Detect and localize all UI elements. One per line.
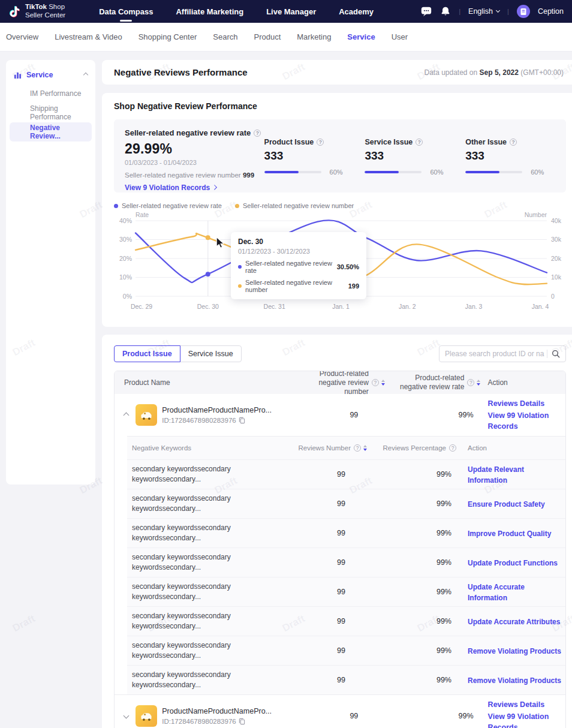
tab-service-issue[interactable]: Service Issue: [180, 345, 242, 362]
keyword-action-link[interactable]: Remove Violating Products: [468, 647, 561, 655]
sidebar-item-im-performance[interactable]: IM Performance: [6, 84, 95, 103]
subnav-product[interactable]: Product: [254, 32, 281, 41]
nav-live-manager[interactable]: Live Manager: [266, 7, 316, 16]
search-icon[interactable]: [552, 350, 560, 358]
user-name[interactable]: Ception: [538, 7, 564, 16]
product-row: ProductNameProductNamePro... ID:17284678…: [115, 394, 565, 436]
nav-academy[interactable]: Academy: [339, 7, 374, 16]
tiktok-shop-logo[interactable]: TikTok Shop Seller Center: [8, 3, 65, 20]
help-icon[interactable]: [449, 444, 456, 452]
tooltip-rate-dot: [238, 265, 242, 269]
svg-text:40%: 40%: [119, 217, 132, 224]
subtable-header-row: Negative Keywords Reviews Number Reviews…: [127, 437, 565, 459]
svg-text:Jan. 3: Jan. 3: [465, 303, 483, 310]
help-icon[interactable]: [354, 444, 361, 452]
subnav-search[interactable]: Search: [213, 32, 237, 41]
collapse-row-icon[interactable]: [124, 413, 128, 417]
keyword-action-link[interactable]: Improve Product Quality: [468, 530, 551, 538]
summary-stats-panel: Seller-related negative review rate 29.9…: [114, 119, 566, 192]
subnav-service[interactable]: Service: [347, 32, 375, 41]
keyword-action-link[interactable]: Update Accurate Attributes: [468, 618, 560, 626]
svg-text:0%: 0%: [123, 293, 132, 300]
chat-icon[interactable]: [420, 5, 432, 17]
sidebar-item-negative-review[interactable]: Negative Review...: [10, 122, 92, 142]
product-search-box[interactable]: [439, 345, 566, 362]
expand-row-icon[interactable]: [124, 714, 128, 718]
reviews-details-link[interactable]: Reviews Details: [488, 398, 565, 409]
help-icon[interactable]: [254, 130, 261, 137]
svg-text:20k: 20k: [551, 255, 562, 262]
subnav-overview[interactable]: Overview: [6, 32, 38, 41]
chart-legend: Seller-related negative review rate Sell…: [114, 202, 566, 209]
keyword-action-link[interactable]: Update Accurate Information: [468, 583, 525, 602]
reviews-percentage-value: 99%: [367, 529, 463, 537]
svg-text:20%: 20%: [119, 255, 132, 262]
legend-rate[interactable]: Seller-related negative review rate: [114, 202, 222, 209]
tab-product-issue[interactable]: Product Issue: [114, 345, 180, 362]
avatar[interactable]: [517, 5, 530, 18]
copy-icon[interactable]: [239, 718, 245, 725]
divider: |: [507, 8, 509, 15]
copy-icon[interactable]: [239, 417, 245, 424]
legend-number[interactable]: Seller-related negative review number: [235, 202, 354, 209]
page-header: Negative Reviews Performance Data update…: [102, 60, 572, 85]
nav-data-compass[interactable]: Data Compass: [99, 7, 153, 16]
keyword-action-link[interactable]: Update Product Functions: [468, 559, 558, 567]
progress-bar: [465, 171, 522, 173]
svg-text:Jan. 2: Jan. 2: [399, 303, 416, 310]
chevron-down-icon: [496, 8, 500, 13]
service-issue-value: 333: [365, 149, 465, 163]
product-name[interactable]: ProductNameProductNamePro...: [162, 406, 272, 414]
svg-text:Dec. 30: Dec. 30: [197, 303, 219, 310]
svg-text:10k: 10k: [551, 273, 562, 281]
view-violation-records-link[interactable]: View 99 Violation Records: [488, 410, 565, 432]
divider: [547, 350, 547, 358]
help-icon[interactable]: [372, 379, 379, 386]
keyword-row: secondary keywordssecondary keywordsseco…: [127, 665, 565, 694]
negative-keyword-text: secondary keywordssecondary keywordsseco…: [132, 611, 246, 631]
reviews-number-value: 99: [253, 588, 367, 596]
nav-affiliate-marketing[interactable]: Affiliate Marketing: [176, 7, 243, 16]
tiktok-logo-icon: [8, 5, 21, 19]
sidebar-item-shipping-performance[interactable]: Shipping Performance: [6, 103, 95, 122]
view-violation-records-link[interactable]: View 99 Violation Records: [488, 711, 565, 728]
keyword-action-link[interactable]: Ensure Product Safety: [468, 500, 545, 509]
negative-keyword-text: secondary keywordssecondary keywordsseco…: [132, 494, 246, 514]
subnav-user[interactable]: User: [392, 32, 408, 41]
svg-text:40k: 40k: [551, 217, 562, 224]
bell-icon[interactable]: [440, 6, 451, 17]
keyword-action-link[interactable]: Remove Violating Products: [468, 676, 561, 685]
other-issue-value: 333: [465, 149, 566, 163]
page-title: Negative Reviews Performance: [114, 67, 248, 77]
reviews-number-value: 99: [253, 470, 367, 479]
help-icon[interactable]: [317, 139, 324, 146]
help-icon[interactable]: [467, 379, 474, 386]
view-violation-records-link[interactable]: View 9 Violation Records: [125, 183, 264, 192]
product-review-rate: 99%: [385, 712, 480, 720]
svg-text:Dec. 31: Dec. 31: [264, 303, 285, 310]
keyword-action-link[interactable]: Update Relevant Information: [468, 465, 524, 485]
chevron-up-icon: [83, 73, 88, 77]
language-selector[interactable]: English: [468, 7, 499, 16]
reviews-details-link[interactable]: Reviews Details: [488, 699, 565, 710]
reviews-number-value: 99: [253, 558, 367, 567]
progress-percent: 60%: [430, 169, 443, 176]
table-header-row: Product Name Product-related negative re…: [115, 371, 565, 394]
seller-number-line: Seller-related negative review number 99…: [125, 172, 264, 179]
subnav-livestream-video[interactable]: Livestream & Video: [55, 32, 122, 41]
svg-text:Number: Number: [525, 212, 547, 218]
product-id: ID:17284678980283976: [162, 417, 236, 424]
product-name[interactable]: ProductNameProductNamePro...: [162, 707, 272, 715]
secondary-navigation: Overview Livestream & Video Shopping Cen…: [0, 23, 572, 52]
seller-rate-value: 29.99%: [125, 141, 264, 157]
sidebar-section-service[interactable]: Service: [6, 66, 95, 84]
help-icon[interactable]: [510, 139, 517, 146]
help-icon[interactable]: [416, 139, 423, 146]
subnav-shopping-center[interactable]: Shopping Center: [139, 32, 197, 41]
keyword-row: secondary keywordssecondary keywordsseco…: [127, 577, 565, 606]
subnav-marketing[interactable]: Marketing: [297, 32, 331, 41]
product-review-rate: 99%: [385, 411, 480, 419]
search-input[interactable]: [445, 350, 544, 358]
reviews-percentage-value: 99%: [367, 646, 463, 655]
shop-performance-card: Shop Negative Review Performance Seller-…: [102, 93, 572, 327]
